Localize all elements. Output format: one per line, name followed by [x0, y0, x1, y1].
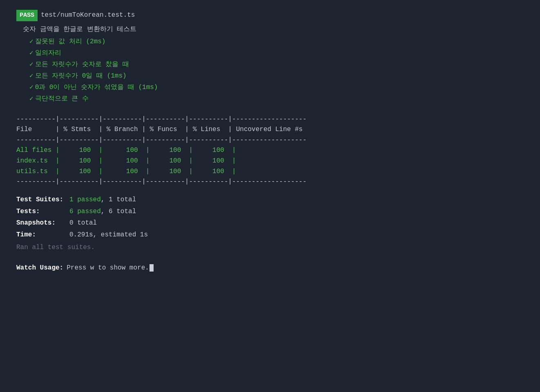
divider-bot: ----------|----------|----------|-------…	[16, 177, 524, 187]
test-name: 일의자리	[35, 49, 61, 57]
suites-row: Test Suites: 1 passed, 1 total	[16, 194, 524, 206]
snapshots-label: Snapshots:	[16, 217, 69, 229]
test-list: ✓잘못된 값 처리 (2ms)✓일의자리✓모든 자릿수가 숫자로 찼을 때✓모든…	[29, 36, 524, 105]
tests-total-text: , 6 total	[101, 208, 136, 215]
pass-badge: PASS	[16, 10, 38, 21]
test-item: ✓잘못된 값 처리 (2ms)	[29, 36, 524, 47]
file-path: test/numToKorean.test.ts	[41, 10, 135, 21]
divider-mid: ----------|----------|----------|-------…	[16, 135, 524, 146]
tests-passed-text: 6 passed	[69, 208, 101, 215]
summary-section: Test Suites: 1 passed, 1 total Tests: 6 …	[16, 194, 524, 241]
watch-usage: Watch Usage: Press w to show more.	[16, 263, 524, 274]
tests-passed: 6 passed, 6 total	[69, 206, 136, 218]
test-name: 잘못된 값 처리 (2ms)	[35, 38, 106, 45]
watch-label: Watch Usage:	[16, 263, 63, 274]
time-value: 0.291s, estimated 1s	[69, 229, 148, 241]
test-check: ✓	[29, 72, 33, 80]
test-check: ✓	[29, 84, 33, 91]
time-row: Time: 0.291s, estimated 1s	[16, 229, 524, 241]
snapshots-row: Snapshots: 0 total	[16, 217, 524, 229]
header-row: PASS test/numToKorean.test.ts	[16, 10, 524, 21]
cursor	[150, 264, 154, 272]
test-check: ✓	[29, 95, 33, 102]
snapshots-value: 0 total	[69, 217, 97, 229]
test-name: 모든 자릿수가 0일 때 (1ms)	[35, 72, 127, 80]
coverage-header: File | % Stmts | % Branch | % Funcs | % …	[16, 125, 524, 135]
test-item: ✓모든 자릿수가 숫자로 찼을 때	[29, 59, 524, 70]
coverage-data-rows: All files | 100 | 100 | 100 | 100 |index…	[16, 145, 524, 177]
test-check: ✓	[29, 61, 33, 68]
watch-text: Press w to show more.	[67, 263, 149, 274]
suites-total-text: , 1 total	[101, 196, 136, 203]
tests-row: Tests: 6 passed, 6 total	[16, 206, 524, 218]
coverage-table: ----------|----------|----------|-------…	[16, 114, 524, 187]
suites-passed: 1 passed, 1 total	[69, 194, 136, 206]
test-item: ✓극단적으로 큰 수	[29, 93, 524, 105]
suites-label: Test Suites:	[16, 194, 69, 206]
test-check: ✓	[29, 38, 33, 45]
time-label: Time:	[16, 229, 69, 241]
coverage-row: utils.ts | 100 | 100 | 100 | 100 |	[16, 167, 524, 177]
coverage-row: All files | 100 | 100 | 100 | 100 |	[16, 145, 524, 156]
test-item: ✓일의자리	[29, 47, 524, 59]
suite-title: 숫자 금액을 한글로 변환하기 테스트	[23, 24, 524, 35]
test-item: ✓모든 자릿수가 0일 때 (1ms)	[29, 70, 524, 82]
suites-passed-text: 1 passed	[69, 196, 101, 203]
ran-all-text: Ran all test suites.	[16, 243, 524, 253]
test-name: 극단적으로 큰 수	[35, 95, 89, 102]
test-name: 0과 0이 아닌 숫자가 섞였을 때 (1ms)	[35, 84, 158, 91]
test-name: 모든 자릿수가 숫자로 찼을 때	[35, 61, 129, 68]
coverage-row: index.ts | 100 | 100 | 100 | 100 |	[16, 156, 524, 167]
tests-label: Tests:	[16, 206, 69, 218]
test-item: ✓0과 0이 아닌 숫자가 섞였을 때 (1ms)	[29, 82, 524, 93]
test-check: ✓	[29, 49, 33, 57]
divider-top: ----------|----------|----------|-------…	[16, 114, 524, 125]
